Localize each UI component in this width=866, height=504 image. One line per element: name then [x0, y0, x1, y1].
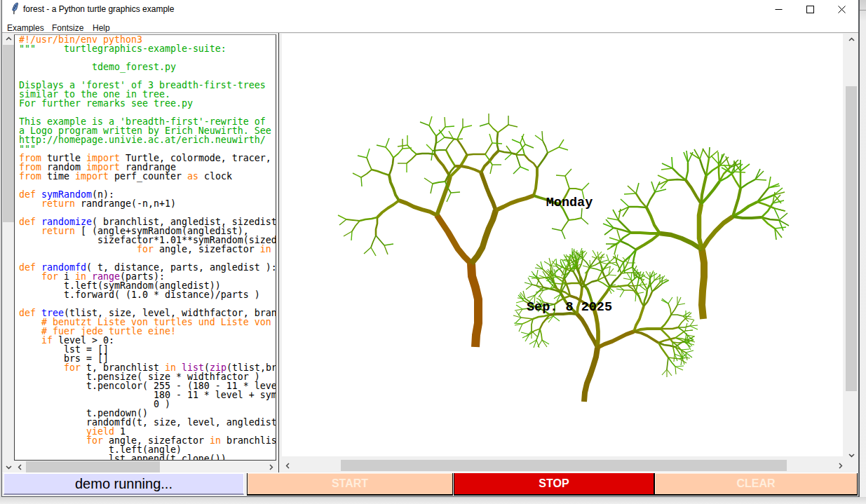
canvas-text: Sep. 8 2025	[527, 300, 612, 315]
forest-branch	[490, 165, 492, 174]
scroll-arrow-down[interactable]	[846, 449, 857, 461]
forest-branch	[562, 231, 565, 239]
editor-horizontal-scrollbar[interactable]	[14, 461, 276, 472]
forest-branch	[535, 135, 543, 141]
forest-branch	[367, 149, 370, 158]
forest-branch	[702, 250, 704, 319]
scroll-arrow-left[interactable]	[282, 460, 293, 471]
chevron-down-icon	[6, 464, 12, 470]
forest-branch	[593, 250, 597, 257]
scroll-thumb[interactable]	[3, 45, 14, 222]
forest-branch	[629, 207, 647, 207]
forest-branch	[376, 236, 384, 245]
forest-branch	[668, 297, 672, 304]
code-text[interactable]: #!/usr/bin/env python3""" turtlegraphics…	[19, 35, 276, 460]
code-line: For further remarks see tree.py	[19, 99, 276, 108]
turtle-canvas[interactable]: MondaySep. 8 2025	[282, 34, 843, 456]
forest-branch	[719, 164, 719, 182]
forest-branch	[609, 238, 621, 241]
scroll-arrow-left[interactable]	[14, 461, 25, 472]
forest-branch	[393, 149, 402, 158]
window-title: forest - a Python turtle graphics exampl…	[23, 4, 174, 14]
canvas-text: Monday	[546, 196, 593, 210]
scroll-arrow-right[interactable]	[834, 460, 846, 471]
forest-branch	[636, 193, 647, 207]
forest-branch	[445, 126, 454, 127]
forest-branch	[457, 128, 463, 139]
scroll-arrow-right[interactable]	[265, 461, 276, 472]
forest-branch	[358, 156, 367, 158]
forest-branch	[526, 285, 532, 290]
forest-branch	[556, 175, 565, 176]
scroll-arrow-up[interactable]	[3, 33, 14, 44]
forest-branch	[577, 314, 597, 348]
close-button[interactable]	[826, 0, 858, 18]
stop-button[interactable]: STOP	[454, 473, 654, 496]
forest-branch	[446, 139, 454, 150]
forest-branch	[700, 159, 706, 176]
scroll-thumb[interactable]	[846, 86, 857, 391]
code-line: http://homepage.univie.ac.at/erich.neuwi…	[19, 135, 276, 144]
forest-branch	[613, 210, 618, 220]
scroll-thumb[interactable]	[26, 461, 160, 472]
forest-branch	[769, 177, 771, 188]
start-button[interactable]: START	[247, 473, 453, 496]
forest-branch	[367, 158, 372, 170]
forest-branch	[634, 306, 644, 332]
forest-branch	[667, 369, 672, 376]
forest-branch	[624, 290, 636, 291]
forest-branch	[671, 315, 683, 316]
chevron-right-icon	[268, 464, 274, 470]
scroll-arrow-up[interactable]	[846, 34, 857, 45]
forest-branch	[519, 324, 522, 332]
code-line: t.forward( (1.0 * distance)/parts )	[19, 290, 276, 299]
forest-branch	[690, 325, 698, 326]
forest-branch	[386, 147, 393, 158]
clear-button[interactable]: CLEAR	[654, 473, 858, 496]
forest-branch	[513, 167, 520, 174]
forest-branch	[675, 367, 676, 374]
forest-branch	[711, 156, 719, 164]
forest-branch	[709, 147, 710, 158]
forest-branch	[481, 172, 496, 210]
canvas-horizontal-scrollbar[interactable]	[282, 460, 846, 471]
forest-branch	[516, 301, 524, 303]
forest-branch	[734, 172, 745, 172]
editor-vertical-scrollbar[interactable]	[3, 33, 14, 472]
forest-branch	[686, 180, 701, 204]
forest-branch	[437, 137, 445, 143]
maximize-button[interactable]	[794, 0, 826, 18]
forest-branch	[371, 247, 376, 256]
forest-branch	[525, 155, 537, 168]
forest-branch	[636, 233, 660, 250]
tk-feather-icon	[10, 2, 21, 15]
forest-branch	[667, 357, 668, 369]
scroll-thumb[interactable]	[341, 460, 787, 471]
minimize-button[interactable]	[763, 0, 794, 18]
forest-branch	[517, 298, 525, 299]
forest-branch	[671, 305, 677, 315]
forest-branch	[677, 297, 681, 305]
forest-branch	[433, 150, 446, 151]
canvas-vertical-scrollbar[interactable]	[846, 34, 857, 461]
forest-branch	[534, 168, 537, 196]
forest-branch	[372, 170, 389, 175]
forest-branch	[686, 313, 691, 318]
forest-branch	[582, 183, 589, 190]
scroll-arrow-down[interactable]	[3, 461, 14, 472]
code-line: tdemo_forest.py	[19, 62, 276, 71]
forest-branch	[485, 143, 492, 154]
forest-branch	[435, 136, 436, 154]
forest-branch	[480, 123, 489, 126]
forest-branch	[662, 163, 672, 168]
forest-branch	[627, 273, 631, 280]
forest-branch	[389, 175, 399, 200]
forest-branch	[775, 227, 786, 229]
forest-branch	[604, 228, 614, 235]
forest-branch	[515, 318, 521, 323]
forest-branch	[597, 332, 634, 348]
forest-branch	[566, 283, 583, 284]
forest-branch	[552, 229, 562, 231]
forest-branch	[532, 319, 533, 331]
forest-branch	[384, 244, 393, 245]
